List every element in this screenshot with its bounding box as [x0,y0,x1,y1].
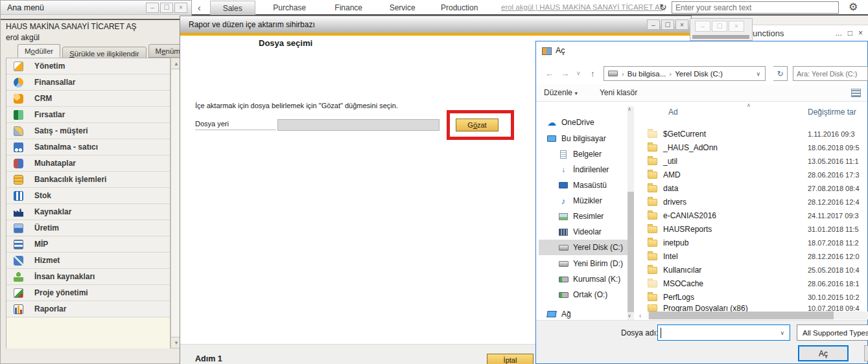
file-row[interactable]: inetpub18.07.2018 11:2 [648,236,868,249]
module-kaynaklar[interactable]: Kaynaklar [6,204,170,220]
tab-sales[interactable]: Sales [210,1,255,15]
gold-stripe [180,33,691,36]
place-this-pc[interactable]: Bu bilgisayar [539,131,629,146]
module-proje-yonetimi[interactable]: Proje yönetimi [6,285,170,301]
scroll-up-icon[interactable]: ∧ [628,106,631,112]
place-music[interactable]: ♪Müzikler [539,193,629,209]
place-videos[interactable]: Videolar [539,224,629,240]
address-breadcrumb[interactable]: › Bu bilgisa... › Yerel Disk (C:) ∨ [604,66,766,81]
refresh-icon[interactable]: ↻ [659,2,667,12]
file-row[interactable]: $GetCurrent1.11.2016 09:3 [648,128,868,141]
file-row[interactable]: PerfLogs30.10.2015 10:2 [648,291,868,304]
global-search-input[interactable] [672,1,839,14]
close-icon[interactable]: × [858,28,863,38]
cancel-button-clipped[interactable] [864,345,868,361]
file-row[interactable]: e-CANIAS201624.11.2017 09:3 [648,209,868,222]
nav-back-icon[interactable]: ← [545,69,554,78]
close-icon[interactable]: × [675,19,688,30]
file-row[interactable]: MSOCache28.06.2016 18:1 [648,277,868,290]
explorer-search-input[interactable] [793,66,868,81]
purchasing-cart-icon [14,142,23,152]
module-firsatlar[interactable]: Fırsatlar [6,107,170,123]
place-downloads[interactable]: ↓İndirilenler [539,162,629,177]
places-scrollbar-thumb[interactable] [628,192,634,312]
module-bankacilik[interactable]: Bankacılık işlemleri [6,172,170,188]
file-location-input[interactable] [277,119,440,131]
module-satis[interactable]: Satış - müşteri [6,123,170,139]
tab-purchase[interactable]: Purchase [262,1,318,15]
folder-icon [648,253,657,260]
main-menu-titlebar[interactable]: Ana menü –☐× [1,1,191,15]
tab-service[interactable]: Service [379,1,427,15]
file-row[interactable]: _HAUS_AdOnn18.06.2018 09:5 [648,141,868,154]
nav-up-icon[interactable]: ↑ [591,69,595,78]
file-row[interactable]: _util13.05.2016 11:1 [648,155,868,168]
nav-forward-icon[interactable]: → [561,69,569,78]
place-documents[interactable]: Belgeler [539,146,629,162]
folder-icon [648,212,657,220]
tab-production[interactable]: Production [432,1,487,15]
file-type-select[interactable]: All Supported Types [797,324,868,341]
breadcrumb-computer[interactable]: Bu bilgisa... [628,70,666,78]
column-header-name[interactable]: Ad [668,108,678,117]
place-pictures[interactable]: Resimler [539,209,629,224]
module-uretim[interactable]: Üretim [6,220,170,236]
place-onedrive[interactable]: ☁OneDrive [539,115,629,130]
wizard-titlebar[interactable]: Rapor ve düzen içe aktarım sihirbazı –☐× [180,16,691,33]
scroll-left-icon[interactable]: ‹ [639,312,641,319]
maximize-icon[interactable]: ☐ [160,3,173,13]
user-company-link[interactable]: erol akgül | HAUS MAKİNA SANAYİ TİCARET … [501,3,664,11]
module-insan-kaynaklari[interactable]: İnsan kaynakları [6,269,170,285]
tab-finance[interactable]: Finance [324,1,373,15]
module-yonetim[interactable]: Yönetim [6,58,170,74]
place-local-disk-c[interactable]: Yerel Disk (C:) [539,240,629,255]
file-name-input[interactable]: ∨ [657,324,790,341]
chevron-down-icon[interactable]: ∨ [780,330,784,336]
chevron-down-icon[interactable]: ∨ [756,71,760,77]
place-network-drive-o[interactable]: Ortak (O:) [539,287,629,302]
tab-modules[interactable]: Modüller [18,44,60,58]
dialog-icon [542,47,552,55]
module-crm[interactable]: CRM [6,91,170,107]
file-row[interactable]: data27.08.2018 08:4 [648,182,868,195]
organize-menu[interactable]: Düzenle ▾ [544,88,578,97]
file-row[interactable]: drivers28.12.2016 12:4 [648,196,868,209]
module-hizmet[interactable]: Hizmet [6,253,170,269]
folder-icon [648,144,657,152]
open-button[interactable]: Aç [798,345,849,361]
refresh-icon[interactable]: ↻ [773,66,788,81]
maximize-icon[interactable]: □ [848,28,852,38]
nav-dropdown-icon[interactable]: ∨ [576,70,581,76]
column-header-modified[interactable]: Değiştirme tar [808,108,867,117]
back-chevron-icon[interactable]: ‹ [198,3,201,13]
file-row[interactable]: AMD28.06.2016 17:3 [648,168,868,181]
module-satinalma[interactable]: Satınalma - satıcı [6,139,170,155]
view-mode-icon[interactable] [851,89,861,97]
background-window-fragment: –☐× [690,18,753,41]
gear-icon[interactable]: ⚙ [849,1,858,13]
horizontal-scrollbar-thumb[interactable] [649,312,834,319]
file-row[interactable]: HAUSReports31.01.2018 11:5 [648,223,868,236]
file-row[interactable]: Intel28.12.2016 12:0 [648,250,868,263]
close-icon[interactable]: × [174,3,187,13]
cancel-button[interactable]: İptal [487,354,534,364]
place-desktop[interactable]: Masaüstü [539,177,629,193]
module-mip[interactable]: MİP [6,236,170,253]
new-folder-button[interactable]: Yeni klasör [600,88,637,97]
scroll-down-icon[interactable]: ∨ [628,313,631,319]
place-new-volume-d[interactable]: Yeni Birim (D:) [539,256,629,271]
minimize-icon[interactable]: – [647,19,660,30]
breadcrumb-current[interactable]: Yerel Disk (C:) [675,70,723,78]
more-icon[interactable]: ... [836,28,842,38]
maximize-icon[interactable]: ☐ [661,19,674,30]
minimize-icon[interactable]: – [146,3,159,13]
step-label: Adım 1 [195,354,222,363]
file-row[interactable]: Program Dosyaları (x86)10.07.2018 09:4 [648,304,868,312]
place-network-drive-k[interactable]: Kurumsal (K:) [539,271,629,287]
drive-icon [608,71,618,76]
file-row[interactable]: Kullanıcılar25.05.2018 10:4 [648,264,868,277]
module-finansallar[interactable]: Finansallar [6,74,170,91]
module-stok[interactable]: Stok [6,188,170,204]
module-raporlar[interactable]: Raporlar [6,301,170,317]
module-muhataplar[interactable]: Muhataplar [6,155,170,172]
